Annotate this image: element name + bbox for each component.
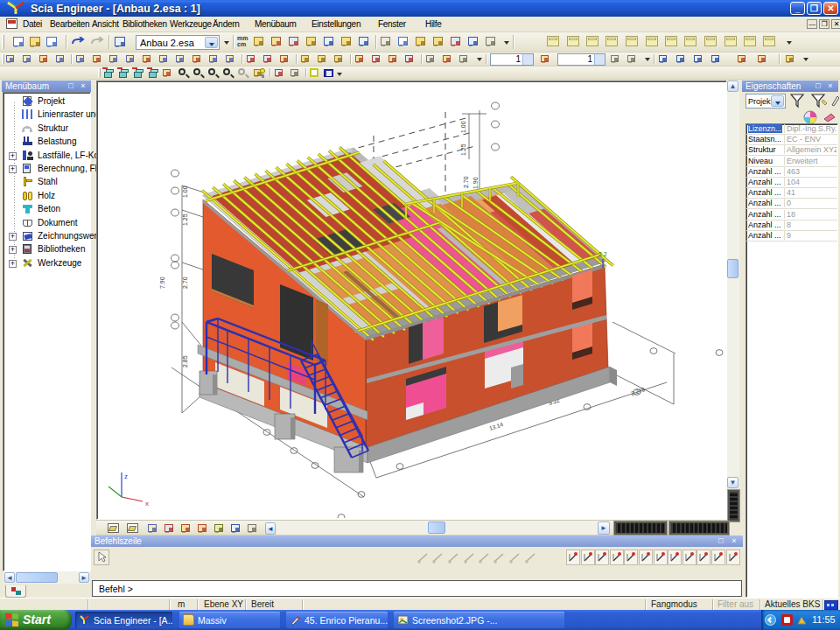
svg-text:1.25: 1.25 xyxy=(182,214,188,226)
svg-text:1.00: 1.00 xyxy=(182,186,188,198)
svg-text:z: z xyxy=(124,472,128,480)
svg-text:1.90: 1.90 xyxy=(472,177,479,189)
svg-text:x: x xyxy=(145,500,149,508)
svg-text:13.14: 13.14 xyxy=(488,421,504,431)
svg-text:2.70: 2.70 xyxy=(463,176,469,188)
svg-text:1.00: 1.00 xyxy=(460,121,466,133)
svg-text:2 2: 2 2 xyxy=(598,251,607,257)
svg-text:2.85: 2.85 xyxy=(182,355,188,368)
svg-text:7.90: 7.90 xyxy=(159,276,165,289)
svg-text:1.25: 1.25 xyxy=(460,144,466,156)
svg-text:2.70: 2.70 xyxy=(182,276,188,289)
